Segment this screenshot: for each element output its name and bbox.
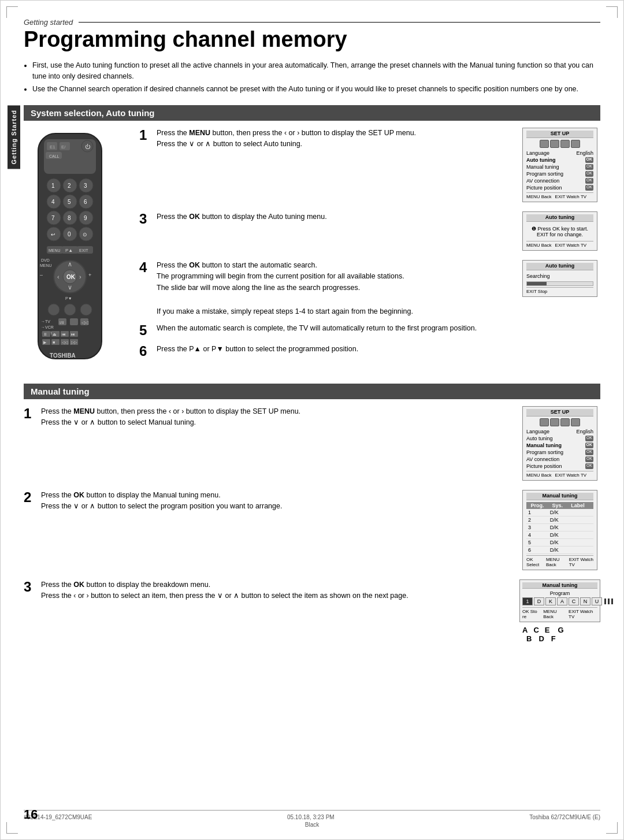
remote-control-svg: E1 E/ ⏻ CALL 1 2 3: [24, 128, 116, 370]
label-d: D: [538, 634, 544, 643]
abcdefg-labels-row2: B D F: [519, 634, 600, 643]
svg-text:‹: ‹: [57, 273, 60, 280]
svg-text:▷▷: ▷▷: [71, 340, 77, 344]
step-desc-4: Press the OK button to start the automat…: [157, 260, 518, 293]
auto-step-5: 5 When the automatic search is complete,…: [139, 323, 600, 338]
svg-text:∨: ∨: [68, 284, 72, 291]
svg-text:◁◁: ◁◁: [81, 320, 89, 325]
side-tab-area: Getting Started: [8, 105, 20, 372]
svg-text:MENU: MENU: [40, 263, 52, 267]
auto-step-1: 1 Press the MENU button, then press the …: [139, 128, 600, 206]
manual-tuning-steps: 1 Press the MENU button, then press the …: [24, 406, 600, 649]
svg-text:∧: ∧: [68, 261, 72, 267]
manual-step-desc-2: Press the OK button to display the Manua…: [41, 490, 518, 512]
step-desc-3: Press the OK button to display the Auto …: [157, 211, 518, 222]
manual-step-num-3: 3: [24, 579, 36, 594]
svg-point-54: [80, 304, 92, 315]
step-num-5: 5: [139, 323, 152, 338]
svg-text:◁◁: ◁◁: [62, 340, 68, 344]
manual-tuning-section: Manual tuning 1 Press the MENU button, t…: [24, 384, 600, 649]
remote-control-col: E1 E/ ⏻ CALL 1 2 3: [24, 128, 128, 372]
svg-text:CALL: CALL: [49, 154, 60, 158]
label-e: E: [545, 626, 550, 634]
manual-tuning-header: Manual tuning: [24, 384, 600, 399]
side-tab: Getting Started: [8, 105, 20, 169]
searching-screen: Auto tuning Searching EXIT Stop: [522, 260, 600, 300]
page-title: Programming channel memory: [24, 28, 600, 52]
svg-rect-60: [70, 318, 78, 325]
svg-text:→TV: →TV: [41, 319, 50, 324]
svg-text:2: 2: [68, 183, 71, 189]
setup-screen-1: SET UP LanguageEnglish Auto tuningOK Man…: [522, 128, 600, 206]
svg-text:⏭: ⏭: [71, 332, 75, 336]
step-desc-1: Press the MENU button, then press the ‹ …: [157, 128, 518, 150]
svg-text:1: 1: [51, 183, 55, 189]
corner-br: [606, 822, 618, 834]
label-g: G: [558, 626, 563, 634]
manual-step-2: 2 Press the OK button to display the Man…: [24, 490, 600, 574]
svg-text:⏸: ⏸: [43, 332, 47, 336]
auto-tuning-section: System selection, Auto tuning Getting St…: [24, 105, 600, 372]
svg-text:P▲: P▲: [65, 248, 73, 253]
svg-text:TOSHIBA: TOSHIBA: [50, 352, 76, 359]
svg-text:›: ›: [79, 273, 81, 280]
svg-point-53: [64, 304, 76, 315]
svg-text:E1: E1: [50, 144, 55, 150]
step-num-4: 4: [139, 260, 152, 275]
svg-text:9: 9: [84, 215, 87, 221]
svg-text:■: ■: [53, 340, 55, 344]
step-num-1: 1: [139, 128, 152, 143]
manual-tuning-table-screen: Manual tuning Prog.Sys.Label 1D/K 2D/K 3…: [522, 490, 600, 574]
section-label-text: Getting started: [24, 18, 73, 27]
svg-text:7: 7: [51, 215, 55, 221]
manual-step-3: 3 Press the OK button to display the bre…: [24, 579, 600, 643]
svg-text:+: +: [88, 272, 91, 278]
footer-content: #01E14-19_6272CM9UAE 05.10.18, 3:23 PM T…: [24, 814, 600, 820]
svg-text:E/: E/: [61, 144, 66, 150]
svg-text:5: 5: [68, 199, 71, 205]
auto-step-3: 3 Press the OK button to display the Aut…: [139, 211, 600, 254]
svg-text:I/II: I/II: [60, 321, 64, 325]
abcdefg-labels: A C E G: [519, 626, 600, 634]
svg-point-52: [48, 304, 60, 315]
manual-step-1: 1 Press the MENU button, then press the …: [24, 406, 600, 484]
step-num-3: 3: [139, 211, 152, 226]
setup-screen-manual: SET UP LanguageEnglish Auto tuningOK Man…: [522, 406, 600, 484]
svg-text:⏻: ⏻: [85, 144, 91, 150]
corner-bl: [6, 822, 18, 834]
label-a: A: [522, 626, 528, 634]
manual-step-desc-1: Press the MENU button, then press the ‹ …: [41, 406, 518, 429]
manual-step-desc-3: Press the OK button to display the break…: [41, 579, 515, 602]
intro-bullet-2: Use the Channel search operation if desi…: [32, 84, 600, 95]
step-desc-6: Press the P▲ or P▼ button to select the …: [157, 344, 600, 355]
svg-text:8: 8: [68, 215, 71, 221]
svg-text:EXIT: EXIT: [79, 248, 88, 252]
manual-tuning-body: 1 Press the MENU button, then press the …: [24, 406, 600, 649]
svg-text:⊙: ⊙: [83, 232, 87, 237]
step-desc-5: When the automatic search is complete, t…: [157, 323, 600, 334]
auto-step-4: 4 Press the OK button to start the autom…: [139, 260, 600, 300]
auto-tuning-steps: 1 Press the MENU button, then press the …: [139, 128, 600, 372]
svg-text:OK: OK: [66, 274, 76, 280]
manual-step-num-2: 2: [24, 490, 36, 505]
footer-page-num: 05.10.18, 3:23 PM: [287, 814, 335, 820]
auto-step-6: 6 Press the P▲ or P▼ button to select th…: [139, 344, 600, 359]
svg-text:3: 3: [84, 183, 87, 189]
svg-text:4: 4: [51, 199, 55, 205]
intro-bullets: First, use the Auto tuning function to p…: [24, 60, 600, 95]
label-c: C: [533, 626, 538, 634]
step-num-6: 6: [139, 344, 152, 359]
mistake-note: If you make a mistake, simply repeat ste…: [157, 306, 600, 317]
page-container: Getting started Programming channel memo…: [0, 0, 624, 840]
svg-text:↩: ↩: [51, 232, 55, 237]
corner-tr: [606, 6, 618, 18]
label-f: F: [551, 634, 556, 643]
svg-text:P▼: P▼: [65, 296, 72, 300]
auto-tuning-menu-screen: Auto tuning ❶ Press OK key to start.EXIT…: [522, 211, 600, 254]
corner-tl: [6, 6, 18, 18]
auto-tuning-body: Getting Started E1 E/ ⏻: [24, 128, 600, 372]
svg-text:→VCR: →VCR: [41, 325, 54, 329]
page-footer: #01E14-19_6272CM9UAE 05.10.18, 3:23 PM T…: [24, 810, 600, 828]
auto-tuning-header: System selection, Auto tuning: [24, 105, 600, 121]
svg-text:–: –: [40, 272, 43, 278]
